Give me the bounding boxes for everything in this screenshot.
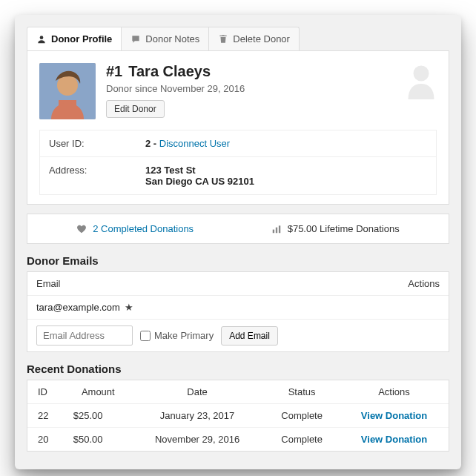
donor-id: #1 — [106, 63, 122, 80]
completed-donations-link[interactable]: 2 Completed Donations — [93, 223, 194, 234]
emails-panel: Email Actions tara@example.com ★ Make Pr… — [27, 271, 449, 352]
address-label: Address: — [40, 157, 136, 194]
user-id-label: User ID: — [40, 130, 136, 156]
stat-lifetime: $75.00 Lifetime Donations — [271, 223, 400, 234]
edit-donor-button[interactable]: Edit Donor — [106, 100, 165, 118]
add-email-button[interactable]: Add Email — [221, 326, 278, 346]
cell-date: November 29, 2016 — [130, 428, 264, 452]
donor-avatar — [39, 63, 96, 119]
svg-point-4 — [414, 66, 429, 82]
donor-window: Donor Profile Donor Notes Delete Donor #… — [15, 15, 461, 469]
table-header-row: ID Amount Date Status Actions — [27, 380, 449, 404]
tab-bar: Donor Profile Donor Notes Delete Donor — [27, 27, 449, 50]
tab-delete-donor[interactable]: Delete Donor — [209, 27, 300, 50]
col-status: Status — [264, 380, 340, 404]
table-row: 20 $50.00 November 29, 2016 Complete Vie… — [27, 428, 449, 452]
info-row-userid: User ID: 2 - Disconnect User — [40, 130, 436, 157]
cell-id: 22 — [27, 404, 66, 428]
donor-info-table: User ID: 2 - Disconnect User Address: 12… — [39, 130, 437, 195]
comment-icon — [130, 34, 141, 44]
profile-header: #1 Tara Claeys Donor since November 29, … — [39, 63, 437, 119]
svg-point-0 — [40, 36, 44, 39]
make-primary-label: Make Primary — [154, 330, 214, 341]
address-value: 123 Test St San Diego CA US 92101 — [136, 157, 436, 194]
user-id-number: 2 — [145, 138, 151, 149]
cell-amount: $50.00 — [66, 428, 130, 452]
svg-rect-6 — [276, 227, 277, 233]
primary-star-icon: ★ — [125, 302, 133, 313]
trash-icon — [218, 34, 228, 44]
email-input[interactable] — [36, 325, 133, 346]
heart-icon — [76, 224, 87, 234]
cell-date: January 23, 2017 — [130, 404, 264, 428]
address-line1: 123 Test St — [145, 165, 427, 176]
user-id-value: 2 - Disconnect User — [136, 130, 436, 156]
col-date: Date — [130, 380, 264, 404]
svg-rect-7 — [279, 225, 280, 233]
profile-title-block: #1 Tara Claeys Donor since November 29, … — [106, 63, 245, 118]
cell-status: Complete — [264, 428, 340, 452]
col-actions: Actions — [408, 278, 440, 289]
make-primary-wrap: Make Primary — [140, 330, 214, 341]
emails-header-row: Email Actions — [27, 272, 449, 296]
dash: - — [153, 138, 159, 149]
add-email-row: Make Primary Add Email — [27, 319, 449, 351]
tab-donor-notes[interactable]: Donor Notes — [122, 27, 209, 50]
make-primary-checkbox[interactable] — [140, 331, 151, 341]
silhouette-icon — [406, 63, 437, 100]
view-donation-link[interactable]: View Donation — [361, 434, 427, 445]
tab-label: Donor Profile — [51, 33, 112, 44]
col-amount: Amount — [66, 380, 130, 404]
donor-since: Donor since November 29, 2016 — [106, 83, 245, 94]
address-line2: San Diego CA US 92101 — [145, 176, 427, 187]
email-row: tara@example.com ★ — [27, 296, 449, 319]
cell-status: Complete — [264, 404, 340, 428]
donations-panel: ID Amount Date Status Actions 22 $25.00 … — [27, 380, 449, 452]
user-icon — [36, 34, 47, 44]
email-address: tara@example.com — [36, 302, 120, 313]
tab-donor-profile[interactable]: Donor Profile — [27, 27, 122, 50]
emails-heading: Donor Emails — [27, 254, 449, 267]
profile-panel: #1 Tara Claeys Donor since November 29, … — [27, 50, 449, 205]
tab-label: Donor Notes — [145, 33, 199, 44]
cell-amount: $25.00 — [66, 404, 130, 428]
col-id: ID — [27, 380, 66, 404]
donations-heading: Recent Donations — [27, 363, 449, 375]
cell-id: 20 — [27, 428, 66, 452]
view-donation-link[interactable]: View Donation — [361, 410, 427, 421]
svg-rect-5 — [272, 229, 274, 233]
col-actions: Actions — [340, 380, 449, 404]
info-row-address: Address: 123 Test St San Diego CA US 921… — [40, 157, 436, 195]
lifetime-donations-label: $75.00 Lifetime Donations — [288, 223, 400, 234]
stats-bar: 2 Completed Donations $75.00 Lifetime Do… — [27, 214, 449, 244]
col-email: Email — [36, 278, 61, 289]
chart-icon — [271, 224, 282, 234]
donations-table: ID Amount Date Status Actions 22 $25.00 … — [27, 380, 449, 451]
stat-completed: 2 Completed Donations — [76, 223, 194, 234]
donor-name: Tara Claeys — [128, 63, 211, 80]
disconnect-user-link[interactable]: Disconnect User — [159, 138, 230, 149]
table-row: 22 $25.00 January 23, 2017 Complete View… — [27, 404, 449, 428]
tab-label: Delete Donor — [233, 33, 290, 44]
